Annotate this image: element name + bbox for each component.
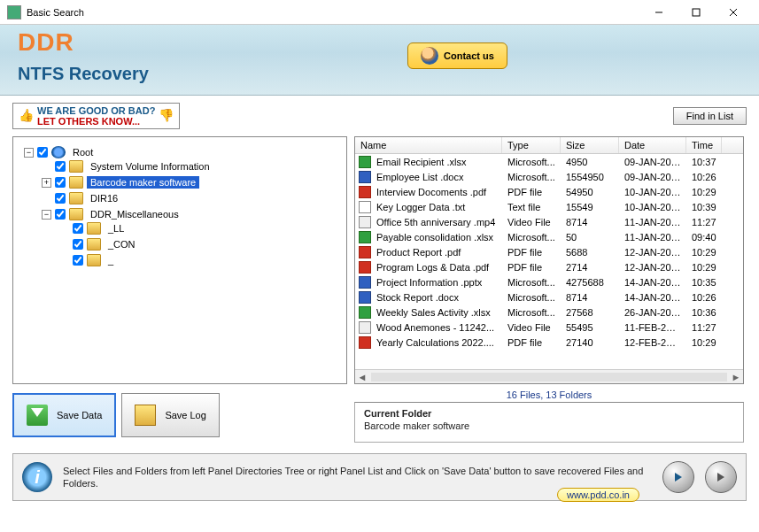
minimize-button[interactable]	[640, 0, 678, 25]
file-name: Payable consolidation .xlsx	[371, 232, 502, 243]
tree-item-label[interactable]: _CON	[105, 238, 139, 251]
file-count-status: 16 Files, 13 Folders	[354, 388, 744, 402]
file-type-icon	[359, 171, 371, 183]
file-row[interactable]: Wood Anemones - 11242... Video File 5549…	[355, 320, 743, 335]
tree-checkbox[interactable]	[55, 177, 66, 188]
col-name[interactable]: Name	[355, 137, 502, 153]
file-type-icon	[359, 276, 371, 289]
file-type: Microsoft...	[502, 277, 561, 288]
scroll-left-icon[interactable]: ◄	[355, 372, 369, 382]
file-time: 11:27	[686, 217, 722, 227]
current-folder-value: Barcode maker software	[364, 420, 734, 431]
save-data-icon	[27, 405, 48, 426]
file-date: 11-FEB-2021	[619, 322, 686, 333]
file-type: PDF file	[502, 247, 561, 258]
file-type-icon	[359, 306, 371, 319]
feedback-line1: WE ARE GOOD OR BAD?	[37, 105, 155, 116]
file-row[interactable]: Program Logs & Data .pdf PDF file 2714 1…	[355, 259, 743, 274]
close-button[interactable]	[715, 0, 752, 25]
file-type-icon	[359, 186, 371, 198]
tree-checkbox[interactable]	[55, 209, 66, 220]
file-type: Text file	[502, 202, 561, 212]
current-folder-title: Current Folder	[364, 408, 734, 419]
col-time[interactable]: Time	[686, 137, 722, 153]
tree-toggle[interactable]: +	[42, 178, 51, 188]
col-date[interactable]: Date	[619, 137, 686, 153]
tree-root-label[interactable]: Root	[69, 146, 97, 158]
file-row[interactable]: Project Information .pptx Microsoft... 4…	[355, 274, 743, 289]
file-time: 09:40	[686, 232, 722, 243]
tree-checkbox[interactable]	[55, 161, 66, 172]
nav-forward-button[interactable]	[705, 461, 737, 493]
contact-us-button[interactable]: Contact us	[407, 42, 507, 69]
thumbs-down-icon: 👎	[159, 109, 174, 122]
file-row[interactable]: Office 5th anniversary .mp4 Video File 8…	[355, 214, 743, 229]
file-name: Program Logs & Data .pdf	[371, 262, 502, 273]
svg-rect-1	[693, 9, 700, 16]
tree-item-label[interactable]: _	[105, 254, 117, 266]
file-size: 55495	[561, 322, 619, 333]
find-in-list-button[interactable]: Find in List	[673, 107, 747, 125]
maximize-button[interactable]	[678, 0, 715, 25]
file-size: 2714	[561, 262, 619, 273]
file-name: Project Information .pptx	[371, 277, 502, 288]
tree-item-label[interactable]: DDR_Miscellaneous	[87, 208, 182, 220]
tree-toggle[interactable]	[42, 194, 51, 204]
folder-icon	[69, 208, 83, 220]
file-time: 10:39	[686, 202, 722, 212]
file-time: 10:29	[686, 337, 722, 348]
file-type: Video File	[502, 322, 561, 333]
product-name: NTFS Recovery	[18, 64, 149, 84]
tree-checkbox[interactable]	[73, 223, 83, 234]
file-name: Stock Report .docx	[371, 292, 502, 303]
file-row[interactable]: Interview Docoments .pdf PDF file 54950 …	[355, 184, 743, 199]
tree-toggle[interactable]	[42, 162, 51, 172]
file-type: Microsoft...	[502, 307, 561, 318]
tagline-row: 👍 WE ARE GOOD OR BAD? LET OTHERS KNOW...…	[0, 96, 759, 133]
scroll-track[interactable]	[371, 373, 727, 382]
tree-checkbox[interactable]	[73, 239, 83, 250]
tree-item-label[interactable]: System Volume Information	[87, 160, 213, 173]
nav-back-button[interactable]	[662, 461, 694, 493]
file-row[interactable]: Email Recipient .xlsx Microsoft... 4950 …	[355, 154, 743, 169]
file-list-body[interactable]: Email Recipient .xlsx Microsoft... 4950 …	[355, 154, 743, 369]
scroll-right-icon[interactable]: ►	[729, 372, 743, 382]
horizontal-scrollbar[interactable]: ◄ ►	[355, 369, 743, 383]
folder-tree-panel[interactable]: − Root System Volume Information + Barco…	[12, 136, 347, 384]
save-log-button[interactable]: Save Log	[121, 393, 219, 437]
file-row[interactable]: Stock Report .docx Microsoft... 8714 14-…	[355, 289, 743, 305]
footer-bar: i Select Files and Folders from left Pan…	[12, 453, 747, 501]
file-type-icon	[359, 291, 371, 304]
file-row[interactable]: Key Logger Data .txt Text file 15549 10-…	[355, 199, 743, 214]
svg-marker-4	[675, 473, 682, 482]
website-badge[interactable]: www.pdd.co.in	[557, 488, 639, 502]
file-date: 14-JAN-2021	[619, 292, 686, 303]
tree-checkbox[interactable]	[73, 255, 83, 266]
tree-item-label[interactable]: _LL	[105, 222, 128, 235]
tree-item-label[interactable]: Barcode maker software	[87, 176, 199, 189]
file-row[interactable]: Weekly Sales Activity .xlsx Microsoft...…	[355, 305, 743, 320]
save-data-button[interactable]: Save Data	[12, 393, 116, 437]
file-row[interactable]: Payable consolidation .xlsx Microsoft...…	[355, 229, 743, 244]
tree-toggle[interactable]: −	[42, 210, 51, 220]
feedback-badge[interactable]: 👍 WE ARE GOOD OR BAD? LET OTHERS KNOW...…	[12, 103, 180, 129]
file-row[interactable]: Product Report .pdf PDF file 5688 12-JAN…	[355, 244, 743, 259]
tree-item-label[interactable]: DIR16	[87, 192, 121, 204]
file-row[interactable]: Employee List .docx Microsoft... 1554950…	[355, 169, 743, 184]
file-date: 12-FEB-2022	[619, 337, 686, 348]
file-type: Microsoft...	[502, 292, 561, 303]
col-type[interactable]: Type	[502, 137, 561, 153]
file-type-icon	[359, 201, 371, 213]
file-date: 09-JAN-2019	[619, 172, 686, 182]
file-date: 11-JAN-2021	[619, 217, 686, 227]
tree-checkbox[interactable]	[37, 147, 48, 158]
file-row[interactable]: Yearly Calculations 2022.... PDF file 27…	[355, 335, 743, 350]
file-date: 10-JAN-2020	[619, 187, 686, 197]
file-time: 10:29	[686, 262, 722, 273]
folder-icon	[87, 222, 101, 235]
tree-toggle[interactable]: −	[24, 148, 34, 158]
file-type: PDF file	[502, 187, 561, 197]
tree-checkbox[interactable]	[55, 193, 66, 204]
col-size[interactable]: Size	[561, 137, 619, 153]
file-list-header: Name Type Size Date Time	[355, 137, 743, 154]
